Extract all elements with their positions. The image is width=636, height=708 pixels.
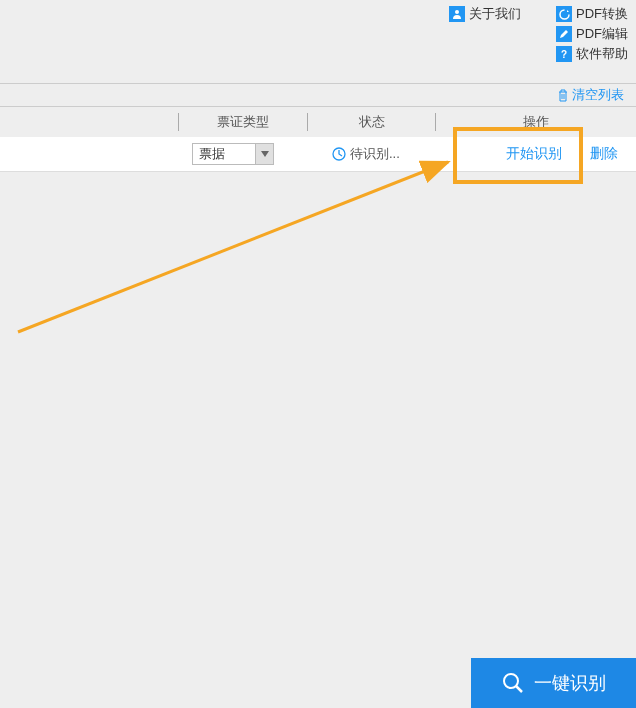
table-header: 票证类型 状态 操作: [0, 107, 636, 137]
pdf-convert-link[interactable]: PDF转换: [556, 5, 628, 23]
one-click-recognize-label: 一键识别: [534, 671, 606, 695]
search-icon: [502, 672, 524, 694]
refresh-icon: [556, 6, 572, 22]
svg-line-5: [516, 686, 522, 692]
clear-list-label: 清空列表: [572, 86, 624, 104]
column-action: 操作: [436, 113, 636, 131]
column-type: 票证类型: [178, 113, 308, 131]
software-help-label: 软件帮助: [576, 45, 628, 63]
svg-point-4: [504, 674, 518, 688]
software-help-link[interactable]: ? 软件帮助: [556, 45, 628, 63]
pdf-edit-link[interactable]: PDF编辑: [556, 25, 628, 43]
pdf-convert-label: PDF转换: [576, 5, 628, 23]
about-us-label: 关于我们: [469, 5, 521, 23]
table-row: 票据 待识别... 开始识别 删除: [0, 137, 636, 172]
one-click-recognize-button[interactable]: 一键识别: [471, 658, 636, 708]
clear-list-link[interactable]: 清空列表: [557, 86, 624, 104]
status-text: 待识别...: [350, 145, 400, 163]
start-recognize-link[interactable]: 开始识别: [506, 145, 562, 163]
svg-point-0: [455, 10, 459, 14]
edit-icon: [556, 26, 572, 42]
clock-icon: [332, 147, 346, 161]
svg-line-3: [18, 162, 448, 332]
type-select[interactable]: 票据: [192, 143, 274, 165]
type-select-value: 票据: [193, 145, 255, 163]
status-cell: 待识别...: [332, 145, 400, 163]
trash-icon: [557, 89, 569, 102]
dropdown-icon: [255, 144, 273, 164]
column-status: 状态: [308, 113, 436, 131]
delete-link[interactable]: 删除: [590, 145, 618, 163]
help-icon: ?: [556, 46, 572, 62]
pdf-edit-label: PDF编辑: [576, 25, 628, 43]
about-us-link[interactable]: 关于我们: [449, 5, 521, 23]
person-icon: [449, 6, 465, 22]
